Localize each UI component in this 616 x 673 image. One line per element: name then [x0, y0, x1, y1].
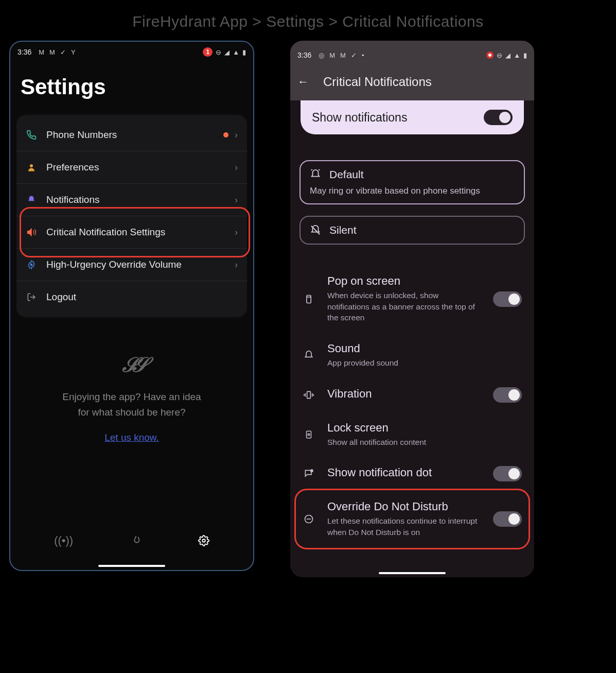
- home-indicator[interactable]: [379, 572, 446, 574]
- vibration-toggle[interactable]: [493, 387, 522, 403]
- row-title: Show notification dot: [327, 466, 481, 479]
- settings-item-label: Logout: [46, 291, 238, 303]
- record-icon: [486, 51, 494, 59]
- settings-item-label: High-Urgency Override Volume: [46, 259, 235, 270]
- volume-icon: [26, 227, 37, 238]
- breadcrumb: FireHydrant App > Settings > Critical No…: [0, 0, 616, 41]
- bottom-nav: ((•)): [10, 525, 253, 562]
- mode-silent[interactable]: Silent: [300, 216, 525, 245]
- row-title: Vibration: [327, 387, 481, 401]
- settings-item-preferences[interactable]: Preferences ›: [16, 151, 247, 184]
- settings-item-critical-notifications[interactable]: Critical Notification Settings ›: [16, 216, 247, 249]
- notification-badge: 1: [203, 47, 213, 57]
- dot-icon: •: [362, 51, 364, 59]
- svg-rect-12: [308, 434, 310, 435]
- svg-point-2: [202, 539, 205, 542]
- mode-label: Default: [329, 168, 364, 181]
- chat-dot-icon: [303, 469, 315, 479]
- row-notification-dot[interactable]: Show notification dot: [290, 457, 534, 491]
- settings-list: Phone Numbers › Preferences › Notificati…: [16, 115, 247, 317]
- settings-item-label: Phone Numbers: [46, 129, 223, 141]
- wifi-icon: ◢: [224, 48, 230, 56]
- status-time: 3:36: [17, 48, 31, 56]
- status-bar: 3:36 M M ✓ Y 1 ⊖ ◢ ▲ ▮: [10, 42, 253, 62]
- home-indicator[interactable]: [98, 565, 165, 567]
- row-vibration[interactable]: Vibration: [290, 378, 534, 412]
- firehydrant-logo-icon: 𝒮𝒮: [121, 353, 142, 377]
- vibration-icon: [303, 390, 315, 400]
- row-pop-on-screen[interactable]: Pop on screen When device is unlocked, s…: [290, 265, 534, 333]
- page-title: Settings: [10, 62, 253, 115]
- row-desc: When device is unlocked, show notificati…: [327, 290, 481, 323]
- dot-toggle[interactable]: [493, 466, 522, 481]
- battery-icon: ▮: [242, 48, 246, 56]
- person-icon: [26, 162, 37, 173]
- settings-item-logout[interactable]: Logout: [16, 281, 247, 313]
- check-icon: ✓: [351, 51, 357, 59]
- bell-ring-icon: [310, 169, 321, 180]
- svg-rect-4: [307, 295, 311, 303]
- mode-desc: May ring or vibrate based on phone setti…: [310, 186, 515, 196]
- status-bar: 3:36 ◎ M M ✓ • ⊖ ◢ ▲ ▮: [290, 45, 534, 65]
- row-title: Pop on screen: [327, 274, 481, 288]
- show-notifications-toggle[interactable]: [484, 110, 513, 125]
- settings-item-label: Preferences: [46, 162, 235, 173]
- battery-icon: ▮: [523, 51, 527, 59]
- back-arrow-icon[interactable]: ←: [297, 75, 309, 89]
- chevron-right-icon: ›: [235, 260, 238, 270]
- settings-item-label: Notifications: [46, 194, 235, 205]
- target-icon: ◎: [319, 51, 324, 59]
- status-time: 3:36: [297, 51, 311, 59]
- footer-text: Enjoying the app? Have an idea for what …: [10, 389, 253, 421]
- row-lock-screen[interactable]: Lock screen Show all notification conten…: [290, 412, 534, 457]
- bell-icon: [303, 350, 315, 360]
- check-icon: ✓: [60, 48, 66, 56]
- settings-item-label: Critical Notification Settings: [46, 227, 235, 238]
- nav-fire-icon[interactable]: [130, 535, 142, 546]
- app-icon: Y: [71, 48, 76, 56]
- dnd-toggle[interactable]: [493, 511, 522, 527]
- svg-point-13: [311, 470, 313, 472]
- dnd-icon: [303, 514, 315, 524]
- bell-icon: [26, 194, 37, 205]
- row-desc: App provided sound: [327, 357, 522, 369]
- row-title: Override Do Not Disturb: [327, 500, 481, 513]
- row-sound[interactable]: Sound App provided sound: [290, 333, 534, 378]
- chevron-right-icon: ›: [235, 195, 238, 205]
- signal-icon: ▲: [514, 51, 520, 59]
- gmail-icon: M: [340, 51, 346, 59]
- settings-item-phone-numbers[interactable]: Phone Numbers ›: [16, 119, 247, 151]
- page-header: ← Critical Notifications: [290, 65, 534, 100]
- svg-rect-11: [307, 431, 311, 438]
- footer-area: 𝒮𝒮 Enjoying the app? Have an idea for wh…: [10, 317, 253, 443]
- screen-icon: [303, 294, 315, 304]
- show-notifications-row[interactable]: Show notifications: [301, 100, 524, 134]
- row-title: Lock screen: [327, 421, 522, 435]
- logout-icon: [26, 291, 37, 303]
- phone-icon: [26, 129, 37, 141]
- gear-icon: [26, 259, 37, 270]
- row-override-dnd[interactable]: Override Do Not Disturb Let these notifi…: [290, 491, 534, 547]
- chevron-right-icon: ›: [235, 130, 238, 141]
- nav-broadcast-icon[interactable]: ((•)): [54, 534, 73, 547]
- pop-toggle[interactable]: [493, 291, 522, 307]
- nav-settings-icon[interactable]: [198, 535, 209, 546]
- row-title: Sound: [327, 342, 522, 355]
- wifi-icon: ◢: [505, 51, 511, 59]
- feedback-link[interactable]: Let us know.: [104, 432, 159, 443]
- gmail-icon: M: [329, 51, 335, 59]
- settings-item-high-urgency[interactable]: High-Urgency Override Volume ›: [16, 249, 247, 281]
- mode-default[interactable]: Default May ring or vibrate based on pho…: [300, 160, 525, 204]
- lock-screen-icon: [303, 429, 315, 440]
- dnd-icon: ⊖: [216, 48, 221, 56]
- chevron-right-icon: ›: [235, 227, 238, 238]
- phone-critical-notifications: 3:36 ◎ M M ✓ • ⊖ ◢ ▲ ▮ ← Critical Notifi…: [290, 41, 534, 577]
- svg-point-0: [30, 164, 33, 167]
- settings-item-notifications[interactable]: Notifications ›: [16, 184, 247, 216]
- svg-point-1: [30, 264, 33, 266]
- row-desc: Let these notifications continue to inte…: [327, 515, 481, 538]
- mode-label: Silent: [329, 224, 357, 236]
- show-notifications-label: Show notifications: [312, 111, 407, 125]
- row-desc: Show all notification content: [327, 437, 522, 448]
- alert-dot-icon: [223, 132, 228, 137]
